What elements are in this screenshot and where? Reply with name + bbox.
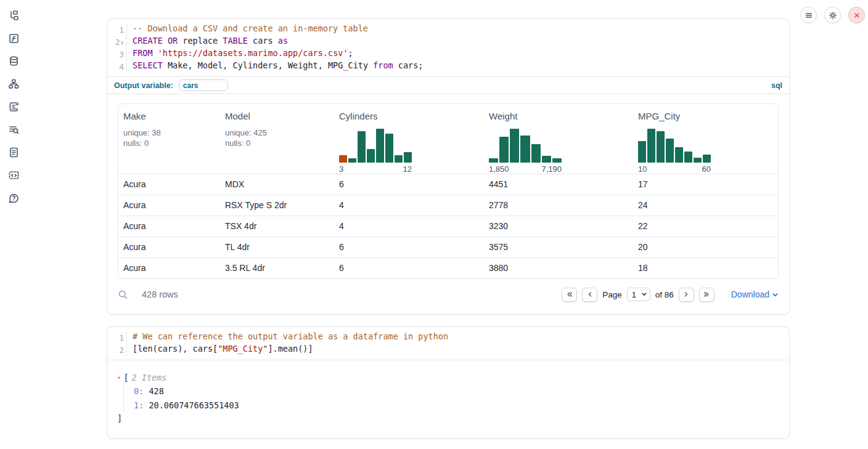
histogram-bar bbox=[638, 141, 646, 163]
tree-item-key: 1: bbox=[134, 400, 144, 410]
line-number: 1 bbox=[119, 23, 124, 36]
menu-button[interactable] bbox=[800, 7, 817, 23]
column-histogram[interactable] bbox=[489, 129, 562, 163]
table-cell: 2778 bbox=[484, 195, 633, 216]
page-total-label: of 86 bbox=[655, 290, 674, 299]
histogram-bar bbox=[489, 158, 498, 163]
histogram-bar bbox=[675, 147, 683, 163]
table-row[interactable]: AcuraRSX Type S 2dr4277824 bbox=[118, 195, 778, 216]
python-code[interactable]: # We can reference the output variable a… bbox=[127, 331, 789, 356]
column-header-Model[interactable]: Modelunique: 425nulls: 0 bbox=[220, 104, 334, 174]
sidebar-dependency-graph-icon[interactable] bbox=[7, 78, 20, 90]
search-button[interactable] bbox=[118, 289, 128, 300]
histogram-bar bbox=[404, 152, 412, 163]
file-explorer-icon bbox=[8, 10, 20, 22]
code-token bbox=[153, 48, 158, 58]
download-button[interactable]: Download bbox=[731, 289, 779, 299]
table-row[interactable]: AcuraMDX6445117 bbox=[118, 174, 778, 195]
chevrons-right-icon bbox=[703, 291, 710, 298]
chevron-down-icon bbox=[641, 291, 647, 297]
next-page-button[interactable] bbox=[679, 288, 694, 302]
code-line[interactable]: CREATE OR replace TABLE cars as bbox=[133, 36, 789, 48]
table-row[interactable]: AcuraTSX 4dr4323022 bbox=[118, 216, 778, 237]
line-number: 2∨ bbox=[115, 36, 124, 48]
histogram-bar bbox=[376, 129, 384, 163]
column-name: Cylinders bbox=[339, 111, 479, 121]
last-page-button[interactable] bbox=[699, 288, 714, 302]
data-table: Makeunique: 38nulls: 0Modelunique: 425nu… bbox=[118, 103, 779, 279]
page-select[interactable]: 1 bbox=[627, 288, 650, 301]
tree-item-key: 0: bbox=[134, 386, 144, 396]
code-line[interactable]: SELECT Make, Model, Cylinders, Weight, M… bbox=[133, 60, 789, 73]
table-cell: Acura bbox=[118, 237, 220, 257]
code-line[interactable]: [len(cars), cars["MPG_City"].mean()] bbox=[133, 344, 789, 356]
settings-button[interactable] bbox=[824, 7, 841, 23]
histogram-bar bbox=[666, 139, 674, 163]
output-variable-input[interactable] bbox=[179, 79, 228, 91]
python-code-editor[interactable]: 12# We can reference the output variable… bbox=[107, 327, 789, 360]
datasources-icon bbox=[8, 55, 20, 67]
code-line[interactable]: # We can reference the output variable a… bbox=[133, 331, 789, 344]
sql-cell: 12∨34-- Download a CSV and create an in-… bbox=[107, 18, 790, 315]
fold-chevron-icon[interactable]: ∨ bbox=[121, 39, 124, 46]
output-variable-label: Output variable: bbox=[114, 81, 173, 90]
histogram-bar bbox=[552, 158, 562, 163]
page-label: Page bbox=[602, 290, 622, 299]
code-line[interactable]: -- Download a CSV and create an in-memor… bbox=[133, 23, 789, 36]
prev-page-button[interactable] bbox=[582, 288, 597, 302]
table-cell: 3.5 RL 4dr bbox=[220, 258, 334, 278]
sidebar-variables-icon[interactable] bbox=[7, 32, 20, 44]
dependency-graph-icon bbox=[8, 78, 20, 90]
sql-code-editor[interactable]: 12∨34-- Download a CSV and create an in-… bbox=[107, 19, 789, 77]
logs-icon bbox=[8, 124, 20, 136]
column-header-Weight[interactable]: Weight1,8507,190 bbox=[484, 104, 633, 174]
table-cell: 4451 bbox=[484, 174, 633, 195]
column-header-MPG_City[interactable]: MPG_City1060 bbox=[633, 104, 779, 174]
code-token: as bbox=[278, 36, 288, 46]
table-cell: Acura bbox=[118, 195, 220, 216]
code-token: [len(cars), cars[ bbox=[133, 344, 218, 354]
column-name: Model bbox=[225, 111, 329, 121]
sql-code[interactable]: -- Download a CSV and create an in-memor… bbox=[127, 23, 789, 73]
column-name: MPG_City bbox=[638, 111, 774, 121]
sidebar-file-explorer-icon[interactable] bbox=[7, 9, 20, 22]
histogram-bar bbox=[395, 155, 403, 163]
sidebar-scratchpad-icon[interactable] bbox=[7, 100, 20, 113]
tree-close-bracket: ] bbox=[117, 412, 789, 424]
sidebar-datasources-icon[interactable] bbox=[7, 55, 20, 67]
language-badge[interactable]: sql bbox=[771, 81, 782, 90]
sidebar-documentation-icon[interactable] bbox=[7, 146, 20, 158]
top-controls bbox=[800, 7, 865, 23]
code-token: replace bbox=[178, 36, 223, 46]
tree-item: 0: 428 bbox=[134, 384, 789, 398]
histogram-bar bbox=[657, 131, 665, 163]
column-header-Make[interactable]: Makeunique: 38nulls: 0 bbox=[118, 104, 220, 174]
shutdown-button[interactable] bbox=[848, 7, 865, 23]
histogram-bar bbox=[703, 155, 711, 163]
code-token: from bbox=[373, 60, 393, 70]
table-row[interactable]: AcuraTL 4dr6357520 bbox=[118, 237, 778, 257]
sidebar-snippets-icon[interactable] bbox=[7, 169, 20, 181]
table-cell: 18 bbox=[633, 258, 779, 278]
line-number: 1 bbox=[119, 331, 124, 344]
first-page-button[interactable] bbox=[562, 288, 577, 302]
histogram-bar bbox=[348, 158, 356, 163]
collapse-chevron-icon[interactable]: ▾ bbox=[117, 374, 120, 381]
line-number: 4 bbox=[119, 60, 124, 73]
table-cell: 17 bbox=[633, 174, 779, 195]
python-output-area: ▾ [ 2 Items 0: 4281: 20.060747663551403 … bbox=[107, 360, 789, 424]
column-histogram[interactable] bbox=[638, 129, 711, 163]
column-histogram[interactable] bbox=[339, 129, 412, 163]
sidebar-help-icon[interactable] bbox=[7, 192, 20, 204]
sidebar-logs-icon[interactable] bbox=[7, 123, 20, 136]
tree-open-bracket: [ bbox=[123, 373, 128, 382]
table-row[interactable]: Acura3.5 RL 4dr6388018 bbox=[118, 257, 778, 278]
chevrons-left-icon bbox=[566, 291, 573, 298]
search-icon bbox=[118, 289, 128, 300]
table-cell: 3880 bbox=[484, 258, 633, 278]
column-stats: unique: 38nulls: 0 bbox=[123, 127, 215, 148]
column-header-Cylinders[interactable]: Cylinders312 bbox=[334, 104, 484, 174]
line-number: 3 bbox=[119, 48, 124, 60]
code-token: Make, Model, Cylinders, Weight, MPG_City bbox=[163, 60, 373, 70]
code-line[interactable]: FROM 'https://datasets.marimo.app/cars.c… bbox=[133, 48, 789, 60]
